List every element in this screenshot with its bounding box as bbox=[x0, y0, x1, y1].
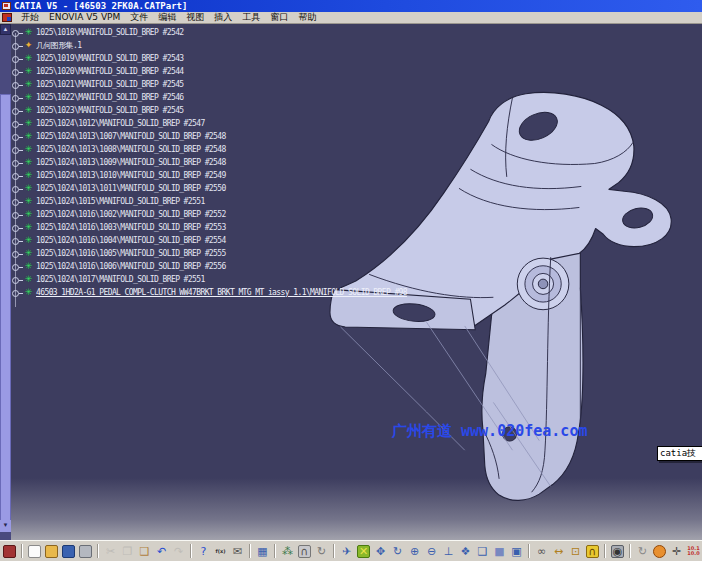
tree-item-5[interactable]: ✳1025\1022\MANIFOLD_SOLID_BREP #2546 bbox=[11, 91, 407, 104]
tree-item-label[interactable]: 1025\1024\1016\1003\MANIFOLD_SOLID_BREP … bbox=[36, 223, 226, 233]
menu-item-view[interactable]: 视图 bbox=[181, 12, 209, 23]
lock-part-icon[interactable]: ∩ bbox=[586, 545, 599, 558]
tree-connector[interactable] bbox=[11, 198, 23, 205]
redo-icon[interactable]: ↷ bbox=[171, 544, 186, 559]
tree-item-10[interactable]: ✳1025\1024\1013\1009\MANIFOLD_SOLID_BREP… bbox=[11, 156, 407, 169]
tree-connector[interactable] bbox=[11, 120, 23, 127]
axis-icon[interactable]: ✛ bbox=[669, 544, 684, 559]
tree-connector[interactable] bbox=[11, 237, 23, 244]
tree-connector[interactable] bbox=[11, 289, 23, 296]
zoom-in-icon[interactable]: ⊕ bbox=[407, 544, 422, 559]
camera-icon[interactable]: ◉ bbox=[611, 545, 624, 558]
tree-connector[interactable] bbox=[11, 55, 23, 62]
menu-item-tools[interactable]: 工具 bbox=[237, 12, 265, 23]
menu-item-file[interactable]: 文件 bbox=[125, 12, 153, 23]
tree-item-label[interactable]: 1025\1024\1013\1010\MANIFOLD_SOLID_BREP … bbox=[36, 171, 226, 181]
tree-item-11[interactable]: ✳1025\1024\1013\1010\MANIFOLD_SOLID_BREP… bbox=[11, 169, 407, 182]
tree-item-label[interactable]: 1025\1024\1013\1011\MANIFOLD_SOLID_BREP … bbox=[36, 184, 226, 194]
tree-connector[interactable] bbox=[11, 42, 23, 49]
headset-icon[interactable]: ∞ bbox=[534, 544, 549, 559]
menu-item-enovia[interactable]: ENOVIA V5 VPM bbox=[44, 12, 125, 23]
tree-item-label[interactable]: 1025\1024\1017\MANIFOLD_SOLID_BREP #2551 bbox=[36, 275, 205, 285]
tree-connector[interactable] bbox=[11, 29, 23, 36]
tree-item-label[interactable]: 1025\1024\1013\1008\MANIFOLD_SOLID_BREP … bbox=[36, 145, 226, 155]
menu-item-insert[interactable]: 插入 bbox=[209, 12, 237, 23]
tree-item-7[interactable]: ✳1025\1024\1012\MANIFOLD_SOLID_BREP #254… bbox=[11, 117, 407, 130]
fx-icon[interactable]: f(x) bbox=[213, 544, 228, 559]
tree-item-0[interactable]: ✳1025\1018\MANIFOLD_SOLID_BREP #2542 bbox=[11, 26, 407, 39]
new-document-icon[interactable] bbox=[28, 545, 41, 558]
tree-connector[interactable] bbox=[11, 159, 23, 166]
tree-item-label[interactable]: 1025\1024\1012\MANIFOLD_SOLID_BREP #2547 bbox=[36, 119, 205, 129]
tree-connector[interactable] bbox=[11, 94, 23, 101]
tree-connector[interactable] bbox=[11, 224, 23, 231]
paste-icon[interactable]: ❑ bbox=[137, 544, 152, 559]
tree-item-1[interactable]: ✦几何图形集.1 bbox=[11, 39, 407, 52]
tree-connector[interactable] bbox=[11, 133, 23, 140]
tree-connector[interactable] bbox=[11, 81, 23, 88]
measure-item-icon[interactable]: ⊡ bbox=[568, 544, 583, 559]
tree-item-16[interactable]: ✳1025\1024\1016\1004\MANIFOLD_SOLID_BREP… bbox=[11, 234, 407, 247]
tree-connector[interactable] bbox=[11, 107, 23, 114]
iso-view-icon[interactable]: ❑ bbox=[475, 544, 490, 559]
chat-icon[interactable]: ✉ bbox=[230, 544, 245, 559]
multi-view-icon[interactable]: ❖ bbox=[458, 544, 473, 559]
measure-between-icon[interactable]: ↔ bbox=[551, 544, 566, 559]
tree-item-label[interactable]: 1025\1020\MANIFOLD_SOLID_BREP #2544 bbox=[36, 67, 184, 77]
tree-item-6[interactable]: ✳1025\1023\MANIFOLD_SOLID_BREP #2545 bbox=[11, 104, 407, 117]
tree-item-12[interactable]: ✳1025\1024\1013\1011\MANIFOLD_SOLID_BREP… bbox=[11, 182, 407, 195]
tree-item-label[interactable]: 1025\1024\1016\1006\MANIFOLD_SOLID_BREP … bbox=[36, 262, 226, 272]
fly-mode-icon[interactable]: ✈ bbox=[339, 544, 354, 559]
tree-item-label[interactable]: 1025\1024\1016\1004\MANIFOLD_SOLID_BREP … bbox=[36, 236, 226, 246]
tree-item-2[interactable]: ✳1025\1019\MANIFOLD_SOLID_BREP #2543 bbox=[11, 52, 407, 65]
tree-item-label[interactable]: 1025\1024\1016\1005\MANIFOLD_SOLID_BREP … bbox=[36, 249, 226, 259]
tree-item-label[interactable]: 1025\1023\MANIFOLD_SOLID_BREP #2545 bbox=[36, 106, 184, 116]
grid-icon[interactable]: ▦ bbox=[255, 544, 270, 559]
tree-item-label[interactable]: 1025\1019\MANIFOLD_SOLID_BREP #2543 bbox=[36, 54, 184, 64]
scrollbar-down-arrow[interactable]: ▼ bbox=[0, 520, 11, 532]
window-corner-icon[interactable] bbox=[3, 545, 16, 558]
tree-item-label[interactable]: 1025\1018\MANIFOLD_SOLID_BREP #2542 bbox=[36, 28, 184, 38]
refresh-icon[interactable]: ↻ bbox=[635, 544, 650, 559]
tree-connector[interactable] bbox=[11, 172, 23, 179]
menu-item-start[interactable]: 开始 bbox=[16, 12, 44, 23]
zoom-out-icon[interactable]: ⊖ bbox=[424, 544, 439, 559]
tree-item-13[interactable]: ✳1025\1024\1015\MANIFOLD_SOLID_BREP #255… bbox=[11, 195, 407, 208]
tree-connector[interactable] bbox=[11, 263, 23, 270]
tree-scrollbar[interactable]: ▲ ▼ bbox=[0, 24, 11, 540]
rotate-icon[interactable]: ↻ bbox=[390, 544, 405, 559]
tree-item-label[interactable]: 几何图形集.1 bbox=[36, 41, 81, 51]
open-folder-icon[interactable] bbox=[45, 545, 58, 558]
tree-item-label[interactable]: 46503 1HD2A-G1 PEDAL COMPL-CLUTCH WW47BR… bbox=[36, 288, 407, 298]
whats-this-icon[interactable]: ? bbox=[196, 544, 211, 559]
undo-icon[interactable]: ↶ bbox=[154, 544, 169, 559]
tree-connector[interactable] bbox=[11, 185, 23, 192]
tree-connector[interactable] bbox=[11, 250, 23, 257]
tree-item-3[interactable]: ✳1025\1020\MANIFOLD_SOLID_BREP #2544 bbox=[11, 65, 407, 78]
print-icon[interactable] bbox=[79, 545, 92, 558]
tree-item-14[interactable]: ✳1025\1024\1016\1002\MANIFOLD_SOLID_BREP… bbox=[11, 208, 407, 221]
scrollbar-thumb[interactable] bbox=[0, 94, 11, 528]
tree-item-label[interactable]: 1025\1024\1013\1009\MANIFOLD_SOLID_BREP … bbox=[36, 158, 226, 168]
tree-item-label[interactable]: 1025\1022\MANIFOLD_SOLID_BREP #2546 bbox=[36, 93, 184, 103]
tree-connector[interactable] bbox=[11, 68, 23, 75]
tree-item-18[interactable]: ✳1025\1024\1016\1006\MANIFOLD_SOLID_BREP… bbox=[11, 260, 407, 273]
tree-connector[interactable] bbox=[11, 146, 23, 153]
fit-all-icon[interactable]: ✕ bbox=[357, 545, 370, 558]
tree-connector[interactable] bbox=[11, 211, 23, 218]
menu-item-edit[interactable]: 编辑 bbox=[153, 12, 181, 23]
tree-item-label[interactable]: 1025\1024\1016\1002\MANIFOLD_SOLID_BREP … bbox=[36, 210, 226, 220]
save-icon[interactable] bbox=[62, 545, 75, 558]
tree-item-17[interactable]: ✳1025\1024\1016\1005\MANIFOLD_SOLID_BREP… bbox=[11, 247, 407, 260]
normal-view-icon[interactable]: ⊥ bbox=[441, 544, 456, 559]
tree-connector[interactable] bbox=[11, 276, 23, 283]
tree-item-8[interactable]: ✳1025\1024\1013\1007\MANIFOLD_SOLID_BREP… bbox=[11, 130, 407, 143]
pan-icon[interactable]: ✥ bbox=[373, 544, 388, 559]
lock-icon[interactable]: ∩ bbox=[298, 545, 311, 558]
render-style-icon[interactable]: ▣ bbox=[509, 544, 524, 559]
tree-item-20[interactable]: ✳46503 1HD2A-G1 PEDAL COMPL-CLUTCH WW47B… bbox=[11, 286, 407, 299]
scrollbar-up-arrow[interactable]: ▲ bbox=[0, 24, 11, 35]
shaded-view-icon[interactable]: ■ bbox=[492, 544, 507, 559]
tree-item-label[interactable]: 1025\1021\MANIFOLD_SOLID_BREP #2545 bbox=[36, 80, 184, 90]
update-icon[interactable]: ↻ bbox=[314, 544, 329, 559]
